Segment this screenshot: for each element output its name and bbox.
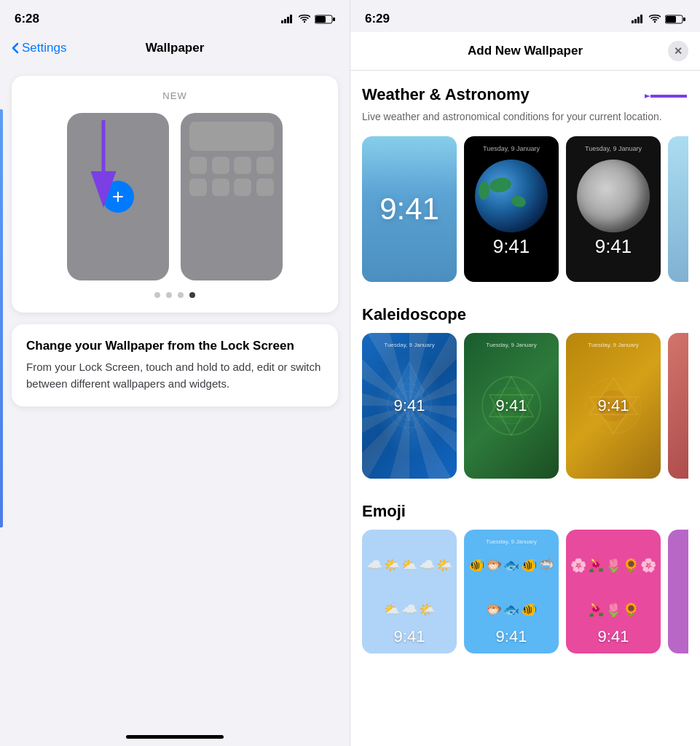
info-title: Change your Wallpaper from the Lock Scre… bbox=[26, 339, 323, 353]
wallpaper-preview-card: NEW bbox=[12, 76, 338, 313]
fish-emoji-icons: 🐠🐡🐟 🐠🦈🐡 🐟🐠 bbox=[464, 544, 559, 632]
emoji-section: Emoji ☁️🌤️⛅ ☁️🌤️⛅ ☁️🌤️ 9:41 Tuesday, 9 bbox=[350, 487, 700, 662]
side-accent-bar bbox=[0, 109, 3, 527]
signal-icon-right bbox=[632, 15, 645, 23]
home-indicator-left bbox=[126, 735, 224, 739]
home-icon-7 bbox=[234, 178, 251, 196]
earth-wallpaper-thumb[interactable]: Tuesday, 9 January 9:41 bbox=[464, 136, 559, 282]
info-text: From your Lock Screen, touch and hold to… bbox=[26, 359, 323, 392]
home-icon-1 bbox=[189, 157, 207, 174]
moon-date: Tuesday, 9 January bbox=[566, 145, 661, 152]
add-wallpaper-modal: Add New Wallpaper ✕ Weather & Astronomy bbox=[350, 32, 700, 746]
kaleido-green-date: Tuesday, 9 January bbox=[464, 342, 559, 348]
kaleido-blue-thumb[interactable]: Tuesday, 9 January 9:41 bbox=[362, 333, 457, 479]
status-icons-right bbox=[632, 15, 685, 24]
svg-rect-17 bbox=[683, 17, 685, 21]
weather-title: Weather & Astronomy bbox=[362, 85, 530, 104]
dot-4-active bbox=[189, 292, 195, 298]
dot-2 bbox=[166, 292, 172, 298]
flowers-time: 9:41 bbox=[566, 627, 661, 646]
weather-thumbnails-row: 9:41 Tuesday, 9 January 9:41 bbox=[362, 136, 688, 282]
moon-graphic bbox=[577, 160, 650, 232]
left-panel: 6:28 bbox=[0, 0, 350, 746]
emoji-title: Emoji bbox=[362, 502, 688, 521]
page-title: Wallpaper bbox=[146, 41, 205, 55]
wifi-icon bbox=[299, 15, 310, 23]
kaleidoscope-section: Kaleidoscope Tuesday, 9 January 9:41 bbox=[350, 291, 700, 487]
kaleido-amber-time: 9:41 bbox=[598, 396, 629, 415]
svg-rect-13 bbox=[640, 15, 642, 23]
back-button[interactable]: Settings bbox=[12, 41, 66, 55]
modal-content[interactable]: Weather & Astronomy Live weather and ast… bbox=[350, 71, 700, 746]
kaleidoscope-thumbnails-row: Tuesday, 9 January 9:41 Tuesday, 9 Janua… bbox=[362, 333, 688, 479]
arrow-annotation bbox=[82, 120, 125, 208]
home-icon-2 bbox=[212, 157, 229, 174]
svg-rect-3 bbox=[290, 15, 292, 23]
kaleido-amber-thumb[interactable]: Tuesday, 9 January 9:41 bbox=[566, 333, 661, 479]
back-label: Settings bbox=[22, 41, 66, 55]
home-icons-grid bbox=[189, 157, 274, 196]
dot-3 bbox=[178, 292, 184, 298]
home-icon-3 bbox=[234, 157, 251, 174]
close-button[interactable]: ✕ bbox=[668, 41, 688, 61]
lock-screen-preview[interactable] bbox=[67, 113, 169, 280]
home-time-bar bbox=[189, 122, 274, 151]
clouds-time: 9:41 bbox=[362, 627, 457, 646]
battery-icon bbox=[315, 15, 335, 24]
emoji-fish-thumb[interactable]: Tuesday, 9 January 🐠🐡🐟 🐠🦈🐡 🐟🐠 9:41 bbox=[464, 530, 559, 653]
flowers-emoji-icons: 🌸🌺🌷 🌻🌸🌺 🌷🌻 bbox=[566, 544, 661, 632]
svg-rect-6 bbox=[315, 16, 326, 23]
emoji-thumbnails-row: ☁️🌤️⛅ ☁️🌤️⛅ ☁️🌤️ 9:41 Tuesday, 9 January… bbox=[362, 530, 688, 653]
status-icons-left bbox=[281, 15, 335, 24]
info-card: Change your Wallpaper from the Lock Scre… bbox=[12, 324, 338, 407]
fish-time: 9:41 bbox=[464, 627, 559, 646]
weather-thumb-partial bbox=[668, 136, 688, 282]
nav-bar-left: Settings Wallpaper bbox=[0, 32, 350, 64]
kaleido-green-thumb[interactable]: Tuesday, 9 January 9:41 bbox=[464, 333, 559, 479]
status-bar-right: 6:29 bbox=[350, 0, 700, 32]
svg-point-4 bbox=[304, 21, 305, 23]
chevron-left-icon bbox=[12, 42, 19, 54]
emoji-clouds-thumb[interactable]: ☁️🌤️⛅ ☁️🌤️⛅ ☁️🌤️ 9:41 bbox=[362, 530, 457, 653]
time-right: 6:29 bbox=[365, 12, 390, 26]
kaleido-blue-date: Tuesday, 9 January bbox=[362, 342, 457, 348]
modal-title: Add New Wallpaper bbox=[468, 44, 583, 58]
phone-previews bbox=[26, 113, 323, 280]
home-icon-6 bbox=[212, 178, 229, 196]
wifi-icon-right bbox=[649, 15, 661, 23]
signal-icon bbox=[281, 15, 294, 23]
weather-astronomy-section: Weather & Astronomy Live weather and ast… bbox=[350, 71, 700, 291]
battery-icon-right bbox=[665, 15, 685, 24]
right-panel: 6:29 Add New Wallpa bbox=[350, 0, 700, 746]
page-dots bbox=[26, 292, 323, 298]
svg-rect-11 bbox=[634, 19, 637, 23]
earth-graphic bbox=[475, 160, 548, 232]
time-left: 6:28 bbox=[15, 12, 39, 26]
sky-wallpaper-thumb[interactable]: 9:41 bbox=[362, 136, 457, 282]
kaleido-blue-time: 9:41 bbox=[394, 396, 425, 415]
kaleidoscope-title: Kaleidoscope bbox=[362, 305, 688, 324]
emoji-thumb-partial bbox=[668, 530, 688, 653]
kaleido-green-time: 9:41 bbox=[496, 396, 527, 415]
fish-date: Tuesday, 9 January bbox=[464, 538, 559, 545]
status-bar-left: 6:28 bbox=[0, 0, 350, 32]
emoji-flowers-thumb[interactable]: 🌸🌺🌷 🌻🌸🌺 🌷🌻 9:41 bbox=[566, 530, 661, 653]
card-new-label: NEW bbox=[26, 90, 323, 101]
clouds-emoji-icons: ☁️🌤️⛅ ☁️🌤️⛅ ☁️🌤️ bbox=[362, 544, 457, 632]
svg-rect-7 bbox=[333, 17, 335, 21]
svg-rect-2 bbox=[287, 17, 289, 23]
sky-time: 9:41 bbox=[380, 192, 439, 227]
home-icon-5 bbox=[189, 178, 207, 196]
svg-rect-16 bbox=[666, 16, 676, 23]
svg-rect-10 bbox=[632, 20, 634, 23]
svg-rect-0 bbox=[281, 20, 283, 23]
home-screen-preview bbox=[181, 113, 283, 280]
moon-wallpaper-thumb[interactable]: Tuesday, 9 January 9:41 bbox=[566, 136, 661, 282]
modal-header: Add New Wallpaper ✕ bbox=[350, 32, 700, 71]
kaleido-amber-date: Tuesday, 9 January bbox=[566, 342, 661, 348]
svg-rect-1 bbox=[284, 19, 286, 23]
weather-desc: Live weather and astronomical conditions… bbox=[362, 110, 688, 125]
purple-arrow-annotation bbox=[645, 86, 688, 106]
kaleido-thumb-partial bbox=[668, 333, 688, 479]
moon-time: 9:41 bbox=[595, 235, 632, 258]
